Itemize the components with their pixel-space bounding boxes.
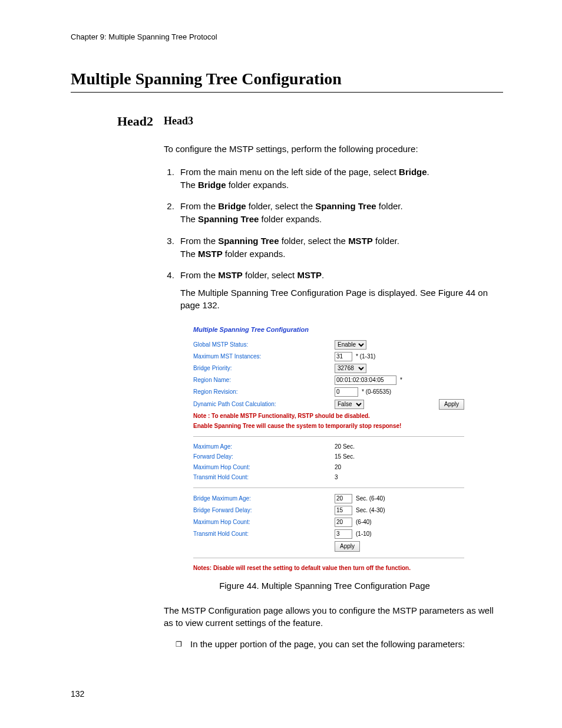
- apply-button-top[interactable]: Apply: [439, 399, 464, 410]
- chapter-header: Chapter 9: Multiple Spanning Tree Protoc…: [71, 32, 503, 41]
- step-bold: MSTP: [198, 249, 223, 259]
- apply-button-bottom[interactable]: Apply: [335, 541, 360, 552]
- step-text: folder expands.: [259, 214, 322, 224]
- step-bold: Bridge: [198, 180, 226, 190]
- page-title: Multiple Spanning Tree Configuration: [71, 70, 503, 93]
- region-name-input[interactable]: [335, 375, 396, 385]
- bridge-max-age-input[interactable]: [335, 494, 352, 503]
- transmit-hold-count-value: 3: [335, 473, 338, 482]
- step-bold: Spanning Tree: [218, 236, 279, 246]
- max-age-label: Maximum Age:: [193, 443, 335, 451]
- ui-note-2: Enable Spanning Tree will cause the syst…: [193, 422, 464, 430]
- step-2: From the Bridge folder, select the Spann…: [177, 200, 503, 226]
- step-bold: MSTP: [218, 270, 243, 280]
- dynamic-path-cost-label: Dynamic Path Cost Calculation:: [193, 400, 335, 409]
- bullet-icon: ❐: [176, 638, 182, 650]
- step-text: folder expands.: [226, 180, 289, 190]
- max-hop-count-b-input[interactable]: [335, 518, 352, 527]
- bullet-text: In the upper portion of the page, you ca…: [190, 638, 465, 650]
- step-1: From the main menu on the left side of t…: [177, 166, 503, 192]
- step-text: .: [427, 167, 429, 177]
- step-3: From the Spanning Tree folder, select th…: [177, 235, 503, 261]
- step-bold: MSTP: [348, 236, 373, 246]
- step-text: The: [180, 180, 198, 190]
- forward-delay-value: 15 Sec.: [335, 453, 355, 461]
- step-note: The Multiple Spanning Tree Configuration…: [180, 287, 503, 311]
- step-text: folder, select: [243, 270, 297, 280]
- max-hop-count-b-hint: (6-40): [356, 518, 372, 526]
- divider: [193, 436, 464, 437]
- step-bold: MSTP: [297, 270, 322, 280]
- max-mst-instances-label: Maximum MST Instances:: [193, 353, 335, 361]
- step-text: folder, select the: [279, 236, 349, 246]
- figure-caption: Figure 44. Multiple Spanning Tree Config…: [146, 580, 503, 592]
- step-bold: Spanning Tree: [198, 214, 259, 224]
- region-revision-label: Region Revision:: [193, 388, 335, 396]
- max-age-value: 20 Sec.: [335, 443, 355, 451]
- region-revision-input[interactable]: [335, 387, 358, 397]
- config-figure: Multiple Spanning Tree Configuration Glo…: [193, 325, 464, 572]
- step-text: folder, select the: [246, 201, 316, 211]
- max-mst-instances-hint: * (1-31): [356, 353, 375, 361]
- step-text: folder expands.: [223, 249, 286, 259]
- ui-title: Multiple Spanning Tree Configuration: [193, 325, 464, 334]
- divider: [193, 487, 464, 488]
- step-text: From the: [180, 201, 218, 211]
- max-hop-count-b-label: Maximum Hop Count:: [193, 518, 335, 526]
- ui-note-3: Notes: Disable will reset the setting to…: [193, 564, 464, 572]
- bridge-priority-label: Bridge Priority:: [193, 364, 335, 373]
- region-name-label: Region Name:: [193, 376, 335, 384]
- max-hop-count-label: Maximum Hop Count:: [193, 463, 335, 472]
- step-bold: Bridge: [218, 201, 246, 211]
- step-text: The: [180, 214, 198, 224]
- transmit-hold-count-b-input[interactable]: [335, 529, 352, 539]
- step-text: From the: [180, 236, 218, 246]
- step-text: folder.: [376, 201, 403, 211]
- step-text: From the main menu on the left side of t…: [180, 167, 399, 177]
- bridge-forward-delay-label: Bridge Forward Delay:: [193, 506, 335, 515]
- step-text: folder.: [373, 236, 399, 246]
- bridge-max-age-label: Bridge Maximum Age:: [193, 495, 335, 503]
- region-revision-hint: * (0-65535): [362, 388, 391, 396]
- ui-note-1: Note : To enable MSTP Functionality, RST…: [193, 412, 464, 420]
- intro-text: To configure the MSTP settings, perform …: [164, 143, 503, 155]
- max-hop-count-value: 20: [335, 463, 341, 472]
- step-text: .: [322, 270, 324, 280]
- page-number: 132: [71, 689, 84, 699]
- max-mst-instances-input[interactable]: [335, 352, 352, 361]
- region-name-hint: *: [400, 376, 402, 384]
- transmit-hold-count-label: Transmit Hold Count:: [193, 473, 335, 482]
- head2: Head2: [71, 114, 164, 650]
- global-mstp-status-select[interactable]: Enable: [335, 340, 366, 350]
- bridge-forward-delay-hint: Sec. (4-30): [356, 506, 385, 515]
- step-text: The: [180, 249, 198, 259]
- bridge-max-age-hint: Sec. (6-40): [356, 495, 385, 503]
- divider: [193, 558, 464, 558]
- transmit-hold-count-b-hint: (1-10): [356, 530, 372, 538]
- bridge-priority-select[interactable]: 32768: [335, 364, 366, 373]
- dynamic-path-cost-select[interactable]: False: [335, 400, 364, 409]
- step-4: From the MSTP folder, select MSTP. The M…: [177, 269, 503, 311]
- global-mstp-status-label: Global MSTP Status:: [193, 341, 335, 349]
- head3: Head3: [164, 114, 503, 128]
- step-bold: Bridge: [399, 167, 427, 177]
- procedure-list: From the main menu on the left side of t…: [164, 166, 503, 311]
- step-text: From the: [180, 270, 218, 280]
- forward-delay-label: Forward Delay:: [193, 453, 335, 461]
- step-bold: Spanning Tree: [315, 201, 376, 211]
- transmit-hold-count-b-label: Transmit Hold Count:: [193, 530, 335, 538]
- bridge-forward-delay-input[interactable]: [335, 506, 352, 515]
- after-figure-text: The MSTP Configuration page allows you t…: [164, 605, 503, 629]
